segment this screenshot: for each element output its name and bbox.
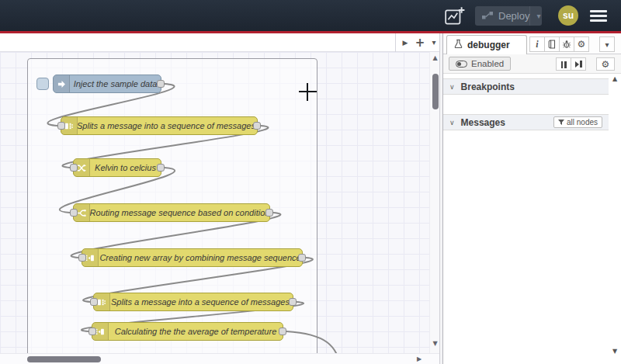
node-port-out[interactable]: [265, 209, 273, 217]
section-title: Breakpoints: [461, 81, 515, 92]
wire[interactable]: [286, 331, 342, 353]
main-menu-hamburger-icon[interactable]: [590, 10, 607, 22]
tab-scroll-right-icon[interactable]: ▶: [398, 33, 412, 52]
flask-icon: [454, 39, 463, 51]
section-title: Messages: [461, 117, 505, 128]
node-port-in[interactable]: [70, 164, 78, 172]
node-port-out[interactable]: [289, 298, 297, 306]
add-flow-button[interactable]: +: [412, 33, 428, 52]
deploy-button[interactable]: Deploy ▾: [475, 6, 542, 26]
crosshair-cursor: [307, 83, 308, 101]
pause-icon: [560, 57, 567, 71]
info-icon[interactable]: i: [529, 36, 545, 52]
book-icon[interactable]: [544, 36, 560, 52]
flow-canvas[interactable]: Inject the sample dataSplits a message i…: [0, 52, 429, 353]
node-port-in[interactable]: [70, 209, 78, 217]
tabbar-separator: [395, 33, 396, 52]
canvas-horizontal-scrollbar[interactable]: ▶: [0, 353, 440, 364]
user-avatar[interactable]: su: [558, 5, 578, 26]
app-header: Deploy ▾ su: [0, 0, 621, 31]
sidebar-icon-bar: i ⚙: [530, 36, 589, 52]
node-port-out[interactable]: [298, 254, 306, 262]
node-red-app: Deploy ▾ su ▶ + ▾ Inject the sample data…: [0, 0, 621, 364]
scroll-up-icon[interactable]: ▲: [609, 75, 621, 82]
flow-tab-bar: ▶ + ▾: [0, 33, 440, 52]
toggle-icon: [456, 61, 467, 68]
deploy-chevron-down-icon[interactable]: ▾: [529, 6, 546, 26]
flow-node-join[interactable]: Creating new array by combining message …: [82, 248, 303, 267]
node-port-in[interactable]: [90, 298, 98, 306]
node-port-out[interactable]: [253, 122, 261, 130]
deploy-icon: [482, 9, 493, 23]
inject-trigger-button[interactable]: [36, 78, 49, 90]
node-port-out[interactable]: [157, 80, 165, 88]
chevron-down-icon: ∨: [449, 119, 455, 127]
node-label: Inject the sample data: [70, 75, 161, 92]
debugger-settings-button[interactable]: ⚙: [596, 57, 615, 71]
pause-button[interactable]: [556, 57, 571, 71]
node-label: Routing message sequence based on condit…: [90, 204, 269, 221]
flow-screenshot-icon[interactable]: [443, 5, 467, 28]
bug-icon[interactable]: [559, 36, 574, 52]
sidebar: debugger i ⚙: [442, 33, 621, 364]
enabled-label: Enabled: [471, 59, 504, 68]
flow-node-inject[interactable]: Inject the sample data: [53, 75, 161, 93]
node-port-in[interactable]: [57, 122, 65, 130]
flow-node-join[interactable]: Calculating the the average of temperatu…: [92, 322, 283, 341]
gear-icon[interactable]: ⚙: [574, 36, 589, 52]
scroll-right-icon[interactable]: ▶: [417, 355, 422, 362]
flow-list-chevron-down-icon[interactable]: ▾: [428, 33, 440, 52]
node-port-in[interactable]: [78, 254, 86, 262]
step-forward-icon: [575, 61, 582, 68]
sidebar-content: ∨ Breakpoints ∨ Messages all nodes: [443, 74, 609, 364]
node-label: Kelvin to celcius: [90, 159, 161, 176]
horizontal-scroll-thumb[interactable]: [27, 356, 101, 362]
debugger-toolbar: Enabled ⚙: [443, 54, 621, 74]
node-label: Creating new array by combining message …: [99, 249, 302, 266]
inject-icon: [54, 75, 70, 92]
node-port-out[interactable]: [157, 164, 165, 172]
vertical-scroll-thumb[interactable]: [432, 74, 439, 109]
sidebar-tab-bar: debugger i ⚙: [443, 33, 621, 54]
funnel-icon: [558, 120, 564, 126]
flow-node-split[interactable]: Splits a message into a sequence of mess…: [93, 293, 293, 311]
deploy-label: Deploy: [498, 10, 529, 22]
node-label: Calculating the the average of temperatu…: [109, 323, 283, 340]
scroll-down-icon[interactable]: ▼: [609, 348, 621, 355]
chevron-down-icon: ∨: [449, 83, 455, 91]
message-filter-button[interactable]: all nodes: [553, 116, 602, 128]
sidebar-dropdown-chevron-down-icon[interactable]: ▾: [599, 36, 615, 52]
flow-node-change[interactable]: Kelvin to celcius: [73, 158, 161, 177]
workspace: ▶ + ▾ Inject the sample dataSplits a mes…: [0, 33, 440, 364]
step-button[interactable]: [571, 57, 586, 71]
node-port-out[interactable]: [279, 328, 286, 335]
debugger-enabled-toggle[interactable]: Enabled: [449, 57, 511, 71]
section-messages[interactable]: ∨ Messages all nodes: [443, 114, 609, 130]
node-label: Splits a message into a sequence of mess…: [78, 117, 257, 134]
section-breakpoints[interactable]: ∨ Breakpoints: [443, 78, 609, 95]
node-port-in[interactable]: [88, 328, 96, 335]
canvas-vertical-scrollbar[interactable]: ▲ ▼: [429, 52, 440, 353]
sidebar-tab-label: debugger: [467, 40, 510, 50]
flow-node-split[interactable]: Splits a message into a sequence of mess…: [61, 116, 258, 135]
filter-label: all nodes: [567, 118, 598, 127]
gear-icon: ⚙: [602, 59, 610, 70]
tab-debugger[interactable]: debugger: [446, 35, 527, 54]
flow-node-switch[interactable]: Routing message sequence based on condit…: [73, 203, 270, 222]
sidebar-scrollbar[interactable]: ▲ ▼: [609, 74, 621, 364]
node-label: Splits a message into a sequence of mess…: [110, 293, 293, 310]
